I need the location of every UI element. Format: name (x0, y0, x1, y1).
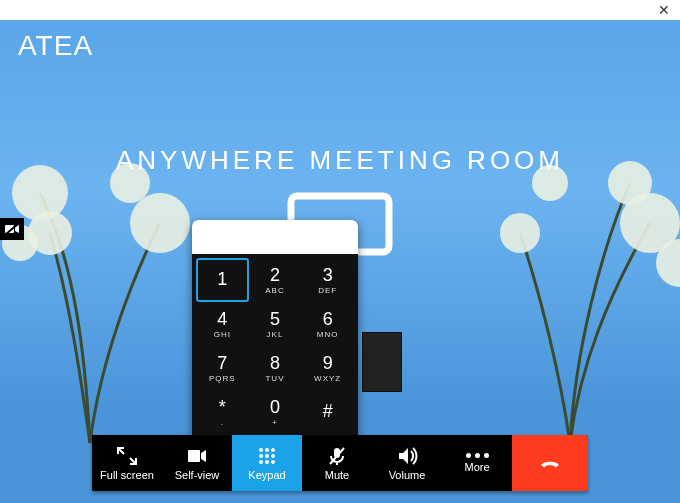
keypad-key-digit: * (219, 398, 226, 416)
hangup-button[interactable] (512, 435, 588, 491)
keypad-label: Keypad (248, 470, 285, 481)
keypad-key-letters: + (272, 418, 278, 427)
mute-button[interactable]: Mute (302, 435, 372, 491)
svg-point-19 (265, 454, 269, 458)
fullscreen-button[interactable]: Full screen (92, 435, 162, 491)
keypad-key-letters: WXYZ (314, 374, 341, 383)
selfview-button[interactable]: Self-view (162, 435, 232, 491)
dtmf-keypad: 12ABC3DEF4GHI5JKL6MNO7PQRS8TUV9WXYZ*.0+# (192, 220, 358, 442)
svg-rect-14 (188, 450, 200, 462)
keypad-button[interactable]: Keypad (232, 435, 302, 491)
keypad-key-letters: MNO (317, 330, 339, 339)
svg-point-21 (259, 460, 263, 464)
keypad-key-#[interactable]: # (301, 390, 354, 434)
keypad-key-7[interactable]: 7PQRS (196, 346, 249, 390)
camera-off-icon[interactable] (0, 218, 24, 240)
keypad-key-letters: PQRS (209, 374, 236, 383)
keypad-key-digit: 7 (217, 354, 227, 372)
keypad-key-digit: 2 (270, 266, 280, 284)
keypad-key-letters: TUV (265, 374, 284, 383)
keypad-key-digit: 1 (217, 270, 227, 288)
keypad-key-2[interactable]: 2ABC (249, 258, 302, 302)
keypad-display[interactable] (192, 220, 358, 254)
mute-icon (326, 446, 348, 466)
fullscreen-icon (116, 446, 138, 466)
svg-point-22 (265, 460, 269, 464)
keypad-key-digit: 4 (217, 310, 227, 328)
keypad-key-0[interactable]: 0+ (249, 390, 302, 434)
brand-logo: ATEA (18, 30, 93, 62)
svg-point-20 (271, 454, 275, 458)
keypad-key-letters: ABC (265, 286, 284, 295)
keypad-key-3[interactable]: 3DEF (301, 258, 354, 302)
keypad-key-letters: JKL (267, 330, 284, 339)
svg-point-16 (265, 448, 269, 452)
call-toolbar: Full screen Self-view Keypad (92, 435, 588, 491)
volume-label: Volume (389, 470, 426, 481)
keypad-key-digit: 3 (323, 266, 333, 284)
keypad-key-*[interactable]: *. (196, 390, 249, 434)
keypad-key-digit: 9 (323, 354, 333, 372)
keypad-key-digit: 6 (323, 310, 333, 328)
svg-point-7 (500, 213, 540, 253)
mute-label: Mute (325, 470, 349, 481)
svg-point-2 (130, 193, 190, 253)
keypad-key-4[interactable]: 4GHI (196, 302, 249, 346)
close-icon[interactable]: ✕ (654, 2, 674, 18)
keypad-key-5[interactable]: 5JKL (249, 302, 302, 346)
room-title: ANYWHERE MEETING ROOM (0, 145, 680, 176)
svg-point-18 (259, 454, 263, 458)
volume-icon (396, 446, 418, 466)
keypad-key-letters: DEF (318, 286, 337, 295)
volume-button[interactable]: Volume (372, 435, 442, 491)
svg-point-15 (259, 448, 263, 452)
more-label: More (464, 462, 489, 473)
selfview-label: Self-view (175, 470, 220, 481)
keypad-key-letters: . (221, 418, 224, 427)
more-icon (466, 453, 489, 458)
svg-point-17 (271, 448, 275, 452)
keypad-key-digit: 0 (270, 398, 280, 416)
keypad-key-6[interactable]: 6MNO (301, 302, 354, 346)
keypad-key-9[interactable]: 9WXYZ (301, 346, 354, 390)
keypad-key-letters: GHI (214, 330, 231, 339)
keypad-key-8[interactable]: 8TUV (249, 346, 302, 390)
remote-video: ATEA ANYWHERE MEETING ROOM 12ABC3DEF4GHI… (0, 20, 680, 503)
keypad-icon (256, 446, 278, 466)
window-titlebar: ✕ (0, 0, 680, 20)
hangup-icon (539, 453, 561, 473)
keypad-key-1[interactable]: 1 (196, 258, 249, 302)
keypad-key-digit: # (323, 402, 333, 420)
selfview-icon (186, 446, 208, 466)
more-button[interactable]: More (442, 435, 512, 491)
self-view-pip[interactable] (362, 332, 402, 392)
keypad-key-digit: 8 (270, 354, 280, 372)
fullscreen-label: Full screen (100, 470, 154, 481)
keypad-key-digit: 5 (270, 310, 280, 328)
svg-point-23 (271, 460, 275, 464)
